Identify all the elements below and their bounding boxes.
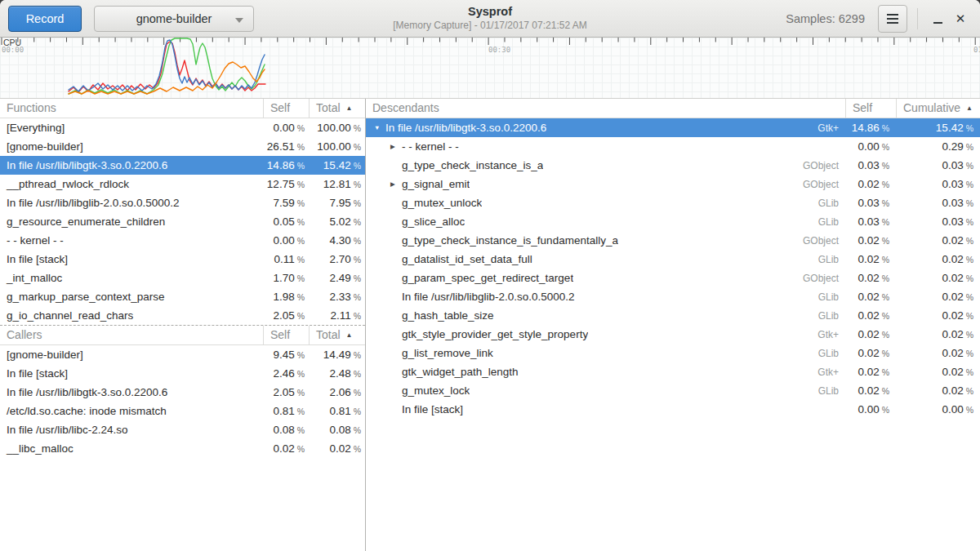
self-value: 1.70% — [263, 272, 309, 284]
hamburger-icon — [887, 14, 898, 24]
table-row[interactable]: In file [stack]0.00%0.00% — [366, 400, 980, 419]
table-row[interactable]: g_io_channel_read_chars2.05%2.11% — [0, 306, 365, 325]
table-row[interactable]: In file /usr/lib/libgtk-3.so.0.2200.614.… — [0, 156, 365, 175]
self-value: 0.02% — [845, 291, 896, 303]
total-value: 5.02% — [309, 216, 365, 228]
cumulative-value: 0.03% — [896, 216, 980, 228]
expander-closed-icon[interactable]: ▶ — [390, 180, 402, 188]
descendant-name: g_type_check_instance_is_a — [402, 159, 543, 171]
table-row[interactable]: gtk_widget_path_lengthGtk+0.02%0.02% — [366, 362, 980, 381]
table-row[interactable]: g_markup_parse_context_parse1.98%2.33% — [0, 287, 365, 306]
self-value: 14.86% — [845, 122, 896, 134]
table-row[interactable]: In file /usr/lib/libglib-2.0.so.0.5000.2… — [366, 287, 980, 306]
self-value: 12.75% — [263, 178, 309, 190]
table-row[interactable]: In file [stack]2.46%2.48% — [0, 364, 365, 383]
table-row[interactable]: g_slice_allocGLib0.03%0.03% — [366, 212, 980, 231]
table-row[interactable]: g_hash_table_sizeGLib0.02%0.02% — [366, 306, 980, 325]
cpu-graph[interactable]: CPU 00:00 00:30 01:00 — [0, 38, 980, 99]
self-value: 0.81% — [263, 405, 309, 417]
functions-table-header: Functions Self Total▲ — [0, 99, 365, 118]
self-value: 0.02% — [845, 366, 896, 378]
cumulative-value: 0.03% — [896, 159, 980, 171]
self-value: 0.08% — [263, 424, 309, 436]
descendant-name: In file /usr/lib/libglib-2.0.so.0.5000.2 — [402, 291, 575, 303]
table-row[interactable]: g_datalist_id_set_data_fullGLib0.02%0.02… — [366, 250, 980, 269]
table-row[interactable]: [gnome-builder]9.45%14.49% — [0, 345, 365, 364]
table-row[interactable]: ▶g_signal_emitGObject0.02%0.03% — [366, 175, 980, 193]
column-header-self[interactable]: Self — [263, 99, 309, 118]
table-row[interactable]: [Everything]0.00%100.00% — [0, 118, 365, 137]
table-row[interactable]: g_list_remove_linkGLib0.02%0.02% — [366, 344, 980, 362]
self-value: 0.03% — [845, 159, 896, 171]
library-badge: Gtk+ — [809, 122, 845, 134]
descendant-name-cell: ▶g_signal_emitGObject — [366, 178, 845, 190]
sort-ascending-icon: ▲ — [346, 104, 353, 112]
sort-ascending-icon: ▲ — [966, 104, 973, 112]
menu-button[interactable] — [878, 5, 907, 33]
expander-closed-icon[interactable]: ▶ — [390, 143, 402, 150]
table-row[interactable]: /etc/ld.so.cache: inode mismatch0.81%0.8… — [0, 402, 365, 420]
table-row[interactable]: __pthread_rwlock_rdlock12.75%12.81% — [0, 175, 365, 193]
headerbar-separator — [917, 8, 918, 29]
descendants-table: ▼In file /usr/lib/libgtk-3.so.0.2200.6Gt… — [366, 118, 980, 419]
table-row[interactable]: g_param_spec_get_redirect_targetGObject0… — [366, 269, 980, 287]
table-row[interactable]: In file [stack]0.11%2.70% — [0, 250, 365, 269]
cumulative-value: 0.02% — [896, 272, 980, 284]
descendant-name-cell: ▶- - kernel - - — [366, 140, 845, 153]
descendant-name-cell: gtk_style_provider_get_style_propertyGtk… — [366, 328, 845, 340]
library-badge: GLib — [810, 291, 845, 303]
library-badge: GObject — [795, 235, 845, 247]
cumulative-value: 0.03% — [896, 178, 980, 190]
minimize-button[interactable] — [926, 7, 949, 31]
table-row[interactable]: In file /usr/lib/libglib-2.0.so.0.5000.2… — [0, 193, 365, 212]
functions-table: [Everything]0.00%100.00%[gnome-builder]2… — [0, 118, 365, 325]
table-row[interactable]: g_type_check_instance_is_fundamentally_a… — [366, 231, 980, 250]
table-row[interactable]: _int_malloc1.70%2.49% — [0, 269, 365, 287]
library-badge: GLib — [810, 254, 845, 265]
library-badge: GLib — [810, 216, 845, 228]
column-header-self[interactable]: Self — [263, 326, 309, 344]
table-row[interactable]: - - kernel - -0.00%4.30% — [0, 231, 365, 250]
descendant-name-cell: In file /usr/lib/libglib-2.0.so.0.5000.2… — [366, 291, 845, 303]
total-value: 12.81% — [309, 178, 365, 190]
function-name: - - kernel - - — [0, 234, 263, 247]
descendant-name: g_signal_emit — [402, 178, 470, 190]
expander-open-icon[interactable]: ▼ — [374, 124, 385, 131]
column-header-functions[interactable]: Functions — [0, 99, 263, 118]
total-value: 100.00% — [309, 122, 365, 134]
descendant-name-cell: g_type_check_instance_is_aGObject — [366, 159, 845, 171]
headerbar: Record gnome-builder Sysprof [Memory Cap… — [0, 0, 980, 38]
table-row[interactable]: g_resource_enumerate_children0.05%5.02% — [0, 212, 365, 231]
table-row[interactable]: g_mutex_lockGLib0.02%0.02% — [366, 381, 980, 400]
table-row[interactable]: [gnome-builder]26.51%100.00% — [0, 137, 365, 156]
target-selector-dropdown[interactable]: gnome-builder — [94, 6, 254, 32]
table-row[interactable]: __libc_malloc0.02%0.02% — [0, 439, 365, 458]
library-badge: GLib — [810, 348, 845, 359]
table-row[interactable]: In file /usr/lib/libc-2.24.so0.08%0.08% — [0, 420, 365, 439]
column-header-total[interactable]: Total▲ — [309, 326, 365, 344]
table-row[interactable]: In file /usr/lib/libgtk-3.so.0.2200.62.0… — [0, 383, 365, 402]
table-row[interactable]: g_mutex_unlockGLib0.03%0.03% — [366, 193, 980, 212]
close-button[interactable]: ✕ — [949, 7, 972, 31]
self-value: 9.45% — [263, 349, 309, 361]
function-name: In file /usr/lib/libgtk-3.so.0.2200.6 — [0, 386, 263, 398]
cumulative-value: 0.02% — [896, 328, 980, 340]
column-header-callers[interactable]: Callers — [0, 326, 263, 344]
time-label-mid: 00:30 — [488, 46, 510, 54]
function-name: __libc_malloc — [0, 442, 263, 455]
table-row[interactable]: ▼In file /usr/lib/libgtk-3.so.0.2200.6Gt… — [366, 118, 980, 137]
column-header-descendants[interactable]: Descendants — [366, 99, 845, 118]
self-value: 0.02% — [845, 384, 896, 397]
descendant-name-cell: g_param_spec_get_redirect_targetGObject — [366, 272, 845, 284]
total-value: 0.02% — [309, 442, 365, 455]
column-header-self[interactable]: Self — [845, 99, 896, 118]
library-badge: GObject — [795, 179, 845, 190]
library-badge: GObject — [795, 160, 845, 171]
column-header-total[interactable]: Total▲ — [309, 99, 365, 118]
function-name: [Everything] — [0, 122, 263, 134]
column-header-cumulative[interactable]: Cumulative▲ — [896, 99, 980, 118]
table-row[interactable]: gtk_style_provider_get_style_propertyGtk… — [366, 325, 980, 344]
record-button[interactable]: Record — [8, 6, 82, 32]
table-row[interactable]: g_type_check_instance_is_aGObject0.03%0.… — [366, 156, 980, 175]
table-row[interactable]: ▶- - kernel - -0.00%0.29% — [366, 137, 980, 156]
